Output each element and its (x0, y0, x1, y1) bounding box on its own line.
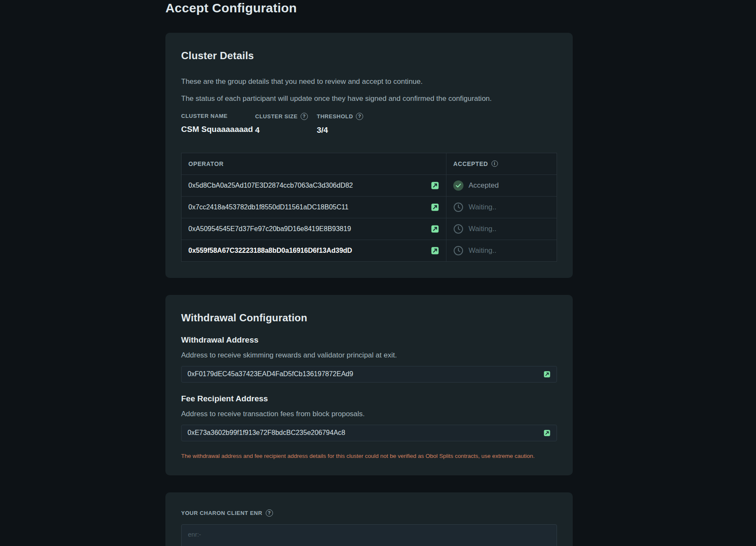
withdrawal-configuration-heading: Withdrawal Configuration (181, 312, 557, 324)
status-badge: Waiting.. (453, 202, 497, 212)
external-link-icon[interactable] (543, 429, 551, 437)
page-title: Accept Configuration (165, 1, 573, 15)
cluster-size-label: CLUSTER SIZE ? (255, 113, 317, 120)
operator-address: 0x559f58A67C32223188a8bD0a16916D6f13Ad39… (188, 247, 431, 254)
status-text: Waiting.. (469, 246, 497, 255)
status-badge: Accepted (453, 180, 499, 191)
cluster-details-description-2: The status of each participant will upda… (181, 94, 557, 104)
operator-column-header: OPERATOR (188, 160, 224, 167)
charon-enr-input[interactable] (181, 524, 557, 546)
cluster-name-field: CLUSTER NAME CSM Squaaaaaaad (181, 113, 255, 135)
fee-recipient-address-field: 0xE73a3602b99f1f913e72F8bdcBC235e206794A… (181, 425, 557, 441)
status-text: Waiting.. (469, 203, 497, 212)
external-link-icon[interactable] (431, 225, 439, 233)
table-row-self: 0x559f58A67C32223188a8bD0a16916D6f13Ad39… (182, 240, 557, 261)
status-text: Waiting.. (469, 225, 497, 233)
withdrawal-configuration-card: Withdrawal Configuration Withdrawal Addr… (165, 295, 573, 475)
status-badge: Waiting.. (453, 246, 497, 256)
cluster-details-heading: Cluster Details (181, 50, 557, 62)
cluster-size-help-icon[interactable]: ? (301, 113, 308, 120)
withdrawal-address-description: Address to receive skimming rewards and … (181, 351, 557, 360)
operators-table-header: OPERATOR ACCEPTED i (182, 153, 557, 174)
table-row: 0xA50954545E7d37Fe97c20ba9D16e8419E8B938… (182, 218, 557, 240)
cluster-summary-fields: CLUSTER NAME CSM Squaaaaaaad CLUSTER SIZ… (181, 113, 557, 135)
operator-address: 0x7cc2418a453782db1f8550dD11561aDC18B05C… (188, 203, 431, 211)
external-link-icon[interactable] (543, 371, 551, 378)
external-link-icon[interactable] (431, 246, 439, 255)
external-link-icon[interactable] (431, 181, 439, 190)
withdrawal-address-value: 0xF0179dEC45a37423EAD4FaD5fCb136197872EA… (188, 370, 543, 378)
charon-enr-help-icon[interactable]: ? (266, 509, 273, 517)
table-row: 0x5d8CbA0a25Ad107E3D2874ccb7063aC3d306dD… (182, 174, 557, 196)
threshold-value: 3/4 (317, 126, 557, 135)
cluster-size-field: CLUSTER SIZE ? 4 (255, 113, 317, 135)
table-row: 0x7cc2418a453782db1f8550dD11561aDC18B05C… (182, 196, 557, 218)
clock-icon (453, 202, 463, 212)
accepted-column-header: ACCEPTED (453, 160, 488, 167)
check-circle-icon (453, 180, 463, 191)
status-text: Accepted (469, 181, 499, 190)
threshold-help-icon[interactable]: ? (356, 113, 363, 120)
threshold-field: THRESHOLD ? 3/4 (317, 113, 557, 135)
fee-recipient-description: Address to receive transaction fees from… (181, 410, 557, 418)
charon-enr-label: YOUR CHARON CLIENT ENR ? (181, 509, 557, 517)
splits-warning-text: The withdrawal address and fee recipient… (181, 453, 557, 459)
cluster-name-label: CLUSTER NAME (181, 113, 255, 119)
operator-address: 0xA50954545E7d37Fe97c20ba9D16e8419E8B938… (188, 225, 431, 233)
cluster-size-value: 4 (255, 126, 317, 135)
cluster-name-value: CSM Squaaaaaaad (181, 125, 255, 134)
operator-address: 0x5d8CbA0a25Ad107E3D2874ccb7063aC3d306dD… (188, 182, 431, 189)
fee-recipient-heading: Fee Recipient Address (181, 394, 557, 403)
fee-recipient-address-value: 0xE73a3602b99f1f913e72F8bdcBC235e206794A… (188, 429, 543, 437)
clock-icon (453, 246, 463, 256)
threshold-label: THRESHOLD ? (317, 113, 557, 120)
clock-icon (453, 224, 463, 234)
accepted-info-icon[interactable]: i (492, 160, 498, 167)
withdrawal-address-field: 0xF0179dEC45a37423EAD4FaD5fCb136197872EA… (181, 366, 557, 383)
cluster-details-description-1: These are the group details that you nee… (181, 77, 557, 87)
status-badge: Waiting.. (453, 224, 497, 234)
withdrawal-address-heading: Withdrawal Address (181, 335, 557, 345)
charon-enr-card: YOUR CHARON CLIENT ENR ? (165, 492, 573, 546)
cluster-details-card: Cluster Details These are the group deta… (165, 33, 573, 278)
operators-table: OPERATOR ACCEPTED i 0x5d8CbA0a25Ad107E3D… (181, 153, 557, 262)
main-content: Accept Configuration Cluster Details The… (165, 0, 573, 546)
external-link-icon[interactable] (431, 203, 439, 212)
